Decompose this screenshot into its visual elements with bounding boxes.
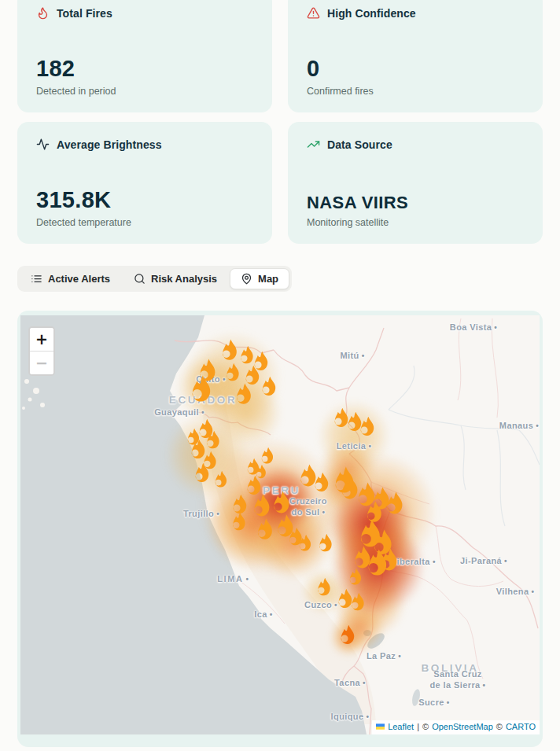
stat-card-header: Data Source: [307, 138, 524, 151]
search-icon: [134, 273, 146, 285]
tab-active-alerts[interactable]: Active Alerts: [20, 268, 121, 289]
map-zoom-control: + −: [28, 326, 55, 376]
stat-card-title: Average Brightness: [57, 138, 162, 151]
stat-card-title: High Confidence: [327, 7, 416, 20]
alert-triangle-icon: [307, 6, 320, 20]
stat-card-subtitle: Detected in period: [36, 86, 253, 97]
stat-card-value: 182: [36, 57, 253, 80]
trending-up-icon: [307, 138, 320, 151]
stat-card-high-confidence: High Confidence 0 Confirmed fires: [288, 0, 543, 112]
tab-map[interactable]: Map: [230, 268, 289, 289]
stat-card-value: 315.8K: [36, 188, 253, 212]
flame-icon: [36, 6, 50, 20]
stat-card-header: High Confidence: [307, 6, 524, 20]
map-attribution: Leaflet | © OpenStreetMap © CARTO: [372, 720, 540, 734]
openstreetmap-link[interactable]: OpenStreetMap: [432, 722, 493, 732]
zoom-out-button[interactable]: −: [30, 352, 53, 374]
list-icon: [31, 273, 42, 285]
tab-bar: Active Alerts Risk Analysis Map: [17, 266, 292, 292]
map-card: Boa VistaMitúQuitoECUADORGuayaquilManaus…: [17, 311, 543, 747]
stat-card-subtitle: Detected temperature: [36, 217, 253, 228]
tab-label: Risk Analysis: [151, 273, 217, 285]
stat-card-subtitle: Monitoring satellite: [307, 217, 524, 228]
dashboard-page: Total Fires 182 Detected in period High …: [0, 0, 560, 747]
stats-grid: Total Fires 182 Detected in period High …: [17, 0, 543, 244]
ukraine-flag-icon: [376, 723, 385, 730]
stat-card-header: Total Fires: [36, 6, 253, 20]
stat-card-subtitle: Confirmed fires: [307, 86, 524, 97]
map-base-tiles: [20, 315, 540, 734]
stat-card-total-fires: Total Fires 182 Detected in period: [17, 0, 272, 112]
zoom-in-button[interactable]: +: [30, 328, 53, 352]
stat-card-title: Data Source: [327, 138, 392, 151]
attribution-separator: |: [417, 722, 419, 732]
stat-card-title: Total Fires: [57, 7, 112, 20]
map-pin-icon: [241, 273, 252, 285]
tab-risk-analysis[interactable]: Risk Analysis: [123, 268, 228, 289]
tab-label: Map: [258, 273, 278, 285]
leaflet-link[interactable]: Leaflet: [388, 722, 414, 732]
stat-card-data-source: Data Source NASA VIIRS Monitoring satell…: [288, 122, 543, 244]
carto-copyright-symbol: ©: [496, 722, 503, 732]
map-canvas[interactable]: Boa VistaMitúQuitoECUADORGuayaquilManaus…: [20, 315, 540, 734]
stat-card-value: NASA VIIRS: [307, 193, 524, 212]
stat-card-value: 0: [307, 57, 524, 80]
stat-card-header: Average Brightness: [36, 138, 253, 151]
carto-link[interactable]: CARTO: [506, 722, 536, 732]
stat-card-average-brightness: Average Brightness 315.8K Detected tempe…: [17, 122, 272, 244]
tab-label: Active Alerts: [48, 273, 110, 285]
osm-copyright-symbol: ©: [422, 722, 429, 732]
activity-icon: [36, 138, 50, 151]
